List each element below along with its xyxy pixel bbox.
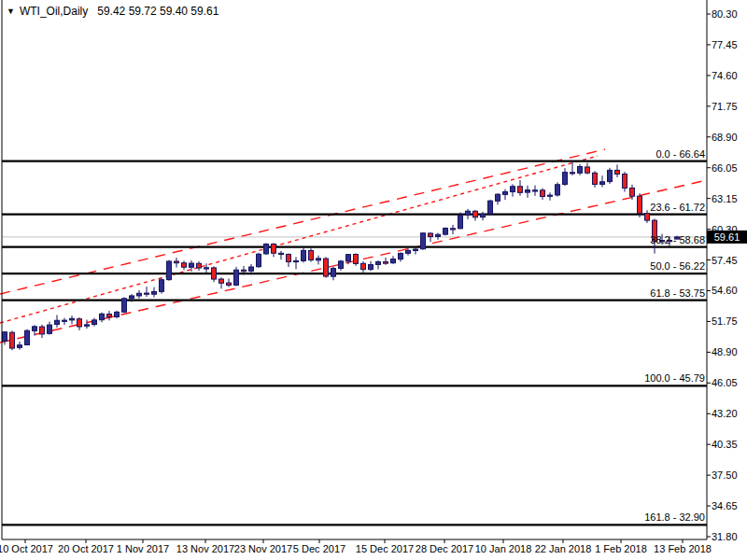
chart-window: ▼ WTI_Oil,Daily 59.42 59.72 59.40 59.61 … [0, 0, 747, 560]
price-axis-label: 54.60 [712, 285, 738, 296]
candlestick [369, 265, 374, 270]
candlestick [623, 174, 627, 188]
candlestick [197, 263, 202, 268]
price-axis-label: 48.90 [712, 346, 738, 357]
candlestick [287, 254, 291, 261]
date-axis-label: 20 Oct 2017 [58, 543, 114, 554]
candlestick [242, 270, 247, 272]
candlestick [533, 190, 538, 191]
date-axis-label: 1 Nov 2017 [117, 543, 169, 554]
fib-level-label: 38.2 - 58.68 [650, 234, 705, 245]
candlestick [488, 201, 493, 214]
price-axis-label: 57.45 [712, 255, 738, 266]
candlestick [615, 170, 620, 174]
candlestick [436, 234, 441, 236]
fib-level-label: 61.8 - 53.75 [650, 287, 705, 299]
candlestick [608, 170, 613, 181]
price-axis-label: 43.20 [712, 408, 738, 419]
candlestick [234, 270, 239, 285]
candlestick [406, 250, 411, 253]
candlestick [294, 260, 299, 261]
fib-level-label: 50.0 - 56.22 [650, 260, 705, 272]
candlestick [541, 190, 545, 197]
candlestick [279, 253, 284, 254]
price-axis-label: 71.75 [712, 101, 738, 112]
symbol-period-label: WTI_Oil,Daily [20, 5, 88, 18]
candlestick [563, 173, 568, 185]
candlestick [638, 196, 642, 214]
candlestick [391, 259, 396, 263]
candlestick [324, 259, 329, 276]
candlestick [137, 293, 142, 296]
price-axis-label: 31.80 [712, 531, 738, 542]
current-price-badge-text: 59.61 [714, 231, 740, 243]
candlestick [257, 254, 261, 267]
dropdown-triangle-icon[interactable]: ▼ [7, 7, 15, 16]
candlestick [85, 325, 90, 326]
candlestick [451, 229, 456, 230]
candlestick [331, 269, 336, 277]
candlestick [384, 262, 388, 264]
price-axis-label: 80.30 [712, 8, 738, 20]
candlestick [548, 195, 553, 196]
candlestick [227, 283, 232, 285]
date-axis-label: 23 Nov 2017 [234, 543, 292, 554]
candlestick [429, 233, 433, 237]
candlestick [3, 332, 7, 342]
candlestick [585, 167, 590, 173]
date-axis-label: 10 Oct 2017 [0, 543, 53, 554]
candlestick [107, 315, 112, 317]
fib-level-label: 23.6 - 61.72 [650, 202, 705, 213]
candlestick [152, 291, 157, 294]
candlestick [317, 259, 321, 260]
fib-level-label: 100.0 - 45.79 [644, 372, 705, 384]
candlestick [249, 267, 254, 271]
candlestick [354, 254, 359, 263]
price-axis-label: 74.60 [712, 70, 738, 81]
ohlc-values-label: 59.42 59.72 59.40 59.61 [97, 5, 218, 18]
chart-title-bar: ▼ WTI_Oil,Daily 59.42 59.72 59.40 59.61 [7, 5, 218, 18]
date-axis-label: 28 Dec 2017 [416, 543, 473, 554]
price-axis-label: 46.05 [712, 377, 738, 388]
fib-level-label: 0.0 - 66.64 [655, 148, 705, 160]
fib-level-label: 161.8 - 32.90 [644, 511, 705, 523]
candlestick [212, 268, 217, 279]
candlestick [70, 318, 75, 320]
candlestick [578, 166, 583, 173]
candlestick [219, 279, 224, 283]
candlestick [645, 214, 650, 221]
date-axis-label: 1 Feb 2018 [595, 543, 647, 554]
candlestick [33, 327, 37, 331]
candlestick [190, 263, 194, 267]
price-chart-surface[interactable]: 0.0 - 66.6423.6 - 61.7238.2 - 58.6850.0 … [0, 0, 747, 560]
candlestick [503, 192, 508, 195]
candlestick [272, 245, 276, 254]
candlestick [421, 233, 426, 249]
candlestick [444, 229, 448, 235]
channel-line-upper [0, 149, 605, 294]
candlestick [309, 250, 314, 259]
candlestick [518, 187, 523, 193]
candlestick [160, 280, 164, 292]
price-axis-label: 40.35 [712, 439, 738, 450]
date-axis-label: 15 Dec 2017 [356, 543, 414, 554]
candlestick [175, 261, 179, 263]
candlestick [130, 296, 134, 299]
candlestick [122, 299, 127, 312]
candlestick [376, 262, 381, 265]
candlestick [63, 320, 67, 321]
candlestick [40, 327, 45, 334]
candlestick [115, 312, 120, 316]
candlestick [361, 263, 366, 269]
candlestick [10, 332, 15, 348]
candlestick [100, 314, 105, 319]
date-axis-label: 5 Dec 2017 [293, 543, 345, 554]
candlestick [571, 173, 575, 174]
candlestick [167, 261, 172, 280]
candlestick [48, 325, 52, 333]
candlestick [145, 293, 149, 294]
candlestick [339, 261, 344, 269]
candlestick [481, 214, 486, 217]
price-axis-label: 66.05 [712, 162, 738, 174]
candlestick [302, 250, 306, 260]
